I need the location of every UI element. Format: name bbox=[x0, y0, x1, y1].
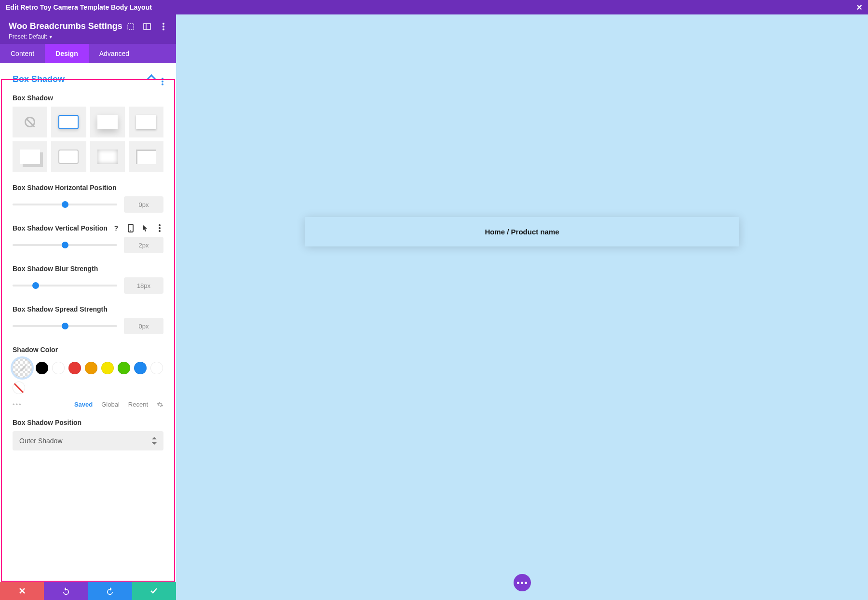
shadow-preset-grid bbox=[13, 107, 163, 172]
cursor-icon[interactable] bbox=[141, 224, 149, 232]
preset-dropdown[interactable]: Preset: Default ▼ bbox=[9, 33, 167, 40]
swatch-none[interactable] bbox=[13, 382, 25, 394]
spread-slider[interactable] bbox=[13, 325, 117, 327]
tab-content[interactable]: Content bbox=[0, 44, 45, 63]
svg-rect-0 bbox=[128, 24, 134, 29]
color-swatches bbox=[13, 358, 163, 394]
breadcrumb-separator: / bbox=[505, 228, 511, 236]
v-label: Box Shadow Vertical Position ? bbox=[13, 224, 163, 232]
tab-design[interactable]: Design bbox=[45, 44, 89, 63]
shadow-preset-4[interactable] bbox=[13, 141, 47, 172]
v-more-icon[interactable] bbox=[156, 224, 163, 232]
swatch-yellow[interactable] bbox=[101, 362, 114, 374]
blur-label: Box Shadow Blur Strength bbox=[13, 265, 163, 273]
close-icon[interactable]: × bbox=[856, 2, 862, 12]
gear-icon[interactable] bbox=[157, 401, 163, 408]
blur-slider[interactable] bbox=[13, 285, 117, 286]
window-title-bar: Edit Retro Toy Camera Template Body Layo… bbox=[0, 0, 868, 14]
action-bar bbox=[0, 582, 176, 600]
swatch-tab-global[interactable]: Global bbox=[101, 401, 120, 408]
cancel-button[interactable] bbox=[0, 582, 44, 600]
position-select[interactable]: Outer Shadow bbox=[13, 431, 163, 450]
window-title: Edit Retro Toy Camera Template Body Layo… bbox=[6, 3, 856, 11]
svg-rect-1 bbox=[144, 24, 150, 29]
settings-header: Woo Breadcrumbs Settings Preset: Default… bbox=[0, 14, 176, 44]
shadow-preset-1[interactable] bbox=[51, 107, 86, 137]
settings-title: Woo Breadcrumbs Settings bbox=[9, 21, 123, 31]
save-button[interactable] bbox=[132, 582, 176, 600]
swatch-tab-saved[interactable]: Saved bbox=[74, 401, 93, 408]
chevron-up-icon[interactable] bbox=[148, 74, 155, 84]
preview-canvas: Home / Product name bbox=[176, 14, 868, 600]
v-slider[interactable] bbox=[13, 244, 117, 246]
tab-advanced[interactable]: Advanced bbox=[89, 44, 140, 63]
color-label: Shadow Color bbox=[13, 346, 163, 354]
section-more-icon[interactable] bbox=[162, 73, 163, 85]
breadcrumb-current: Product name bbox=[511, 228, 559, 236]
shadow-preset-2[interactable] bbox=[90, 107, 125, 137]
swatch-white[interactable] bbox=[52, 362, 65, 374]
swatch-blue[interactable] bbox=[134, 362, 147, 374]
shadow-preset-5[interactable] bbox=[51, 141, 86, 172]
spread-value[interactable]: 0px bbox=[124, 318, 163, 334]
shadow-preset-none[interactable] bbox=[13, 107, 47, 137]
spread-label: Box Shadow Spread Strength bbox=[13, 305, 163, 313]
v-value[interactable]: 2px bbox=[124, 237, 163, 253]
h-value[interactable]: 0px bbox=[124, 196, 163, 213]
panel-body: Box Shadow Box Shadow Box Shadow Horizon… bbox=[0, 63, 176, 582]
breadcrumb-home-link[interactable]: Home bbox=[485, 228, 505, 236]
color-picker-icon[interactable] bbox=[13, 358, 32, 378]
presets-label: Box Shadow bbox=[13, 94, 163, 102]
h-slider[interactable] bbox=[13, 204, 117, 205]
section-title: Box Shadow bbox=[13, 74, 148, 84]
swatch-tab-recent[interactable]: Recent bbox=[128, 401, 148, 408]
swatch-more-icon[interactable]: ••• bbox=[13, 401, 22, 408]
device-icon[interactable] bbox=[127, 224, 135, 232]
swatch-red[interactable] bbox=[68, 362, 81, 374]
shadow-preset-6[interactable] bbox=[90, 141, 125, 172]
breadcrumb-preview: Home / Product name bbox=[305, 217, 739, 246]
position-label: Box Shadow Position bbox=[13, 419, 163, 426]
section-header[interactable]: Box Shadow bbox=[13, 73, 163, 85]
expand-icon[interactable] bbox=[127, 23, 135, 30]
swatch-orange[interactable] bbox=[85, 362, 97, 374]
swatch-tabs: ••• Saved Global Recent bbox=[13, 401, 163, 408]
fab-more-button[interactable] bbox=[514, 574, 531, 591]
svg-point-4 bbox=[130, 231, 131, 232]
shadow-preset-7[interactable] bbox=[129, 141, 163, 172]
more-icon[interactable] bbox=[160, 23, 167, 30]
h-label: Box Shadow Horizontal Position bbox=[13, 184, 163, 191]
undo-button[interactable] bbox=[44, 582, 88, 600]
swatch-white-2[interactable] bbox=[150, 362, 163, 374]
app-shell: Woo Breadcrumbs Settings Preset: Default… bbox=[0, 14, 868, 600]
shadow-preset-3[interactable] bbox=[129, 107, 163, 137]
swatch-black[interactable] bbox=[36, 362, 48, 374]
settings-tabs: Content Design Advanced bbox=[0, 44, 176, 63]
redo-button[interactable] bbox=[88, 582, 132, 600]
blur-value[interactable]: 18px bbox=[124, 277, 163, 294]
settings-sidebar: Woo Breadcrumbs Settings Preset: Default… bbox=[0, 14, 176, 600]
help-icon[interactable]: ? bbox=[112, 224, 120, 232]
layout-icon[interactable] bbox=[143, 23, 151, 30]
swatch-green[interactable] bbox=[118, 362, 130, 374]
